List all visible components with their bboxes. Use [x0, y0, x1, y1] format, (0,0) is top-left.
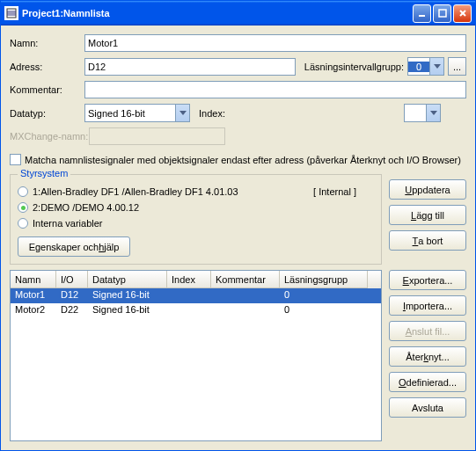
- maximize-button[interactable]: [433, 4, 451, 23]
- cell-io: D12: [56, 288, 88, 303]
- close-dialog-button[interactable]: Avsluta: [389, 397, 466, 418]
- titlebar: Project1:Namnlista: [1, 1, 475, 25]
- cell-index: [167, 288, 211, 303]
- client-area: Namn: Adress: Läsningsintervallgrupp: 0 …: [1, 25, 475, 450]
- svg-rect-5: [439, 10, 446, 17]
- column-header-io[interactable]: I/O: [56, 271, 88, 288]
- match-label: Matcha namnlistesignaler med objektsigna…: [25, 155, 461, 165]
- listview-body: Motor1D12Signed 16-bit0Motor2D22Signed 1…: [11, 288, 381, 318]
- readgroup-combo[interactable]: 0: [407, 57, 444, 76]
- address-input[interactable]: [84, 58, 296, 76]
- index-combo[interactable]: [404, 104, 441, 122]
- cell-lasning: 0: [280, 303, 368, 318]
- cell-io: D22: [56, 303, 88, 318]
- svg-rect-4: [419, 15, 425, 17]
- cell-index: [167, 303, 211, 318]
- radio-label-3: Interna variabler: [33, 218, 103, 229]
- address-label: Adress:: [10, 62, 84, 72]
- name-input[interactable]: [84, 34, 466, 52]
- cell-datatyp: Signed 16-bit: [88, 303, 167, 318]
- column-header-kommentar[interactable]: Kommentar: [211, 271, 280, 288]
- radio-label-1: 1:Allen-Bradley DF1 /Allen-Bradley DF1 4…: [33, 186, 313, 197]
- comment-label: Kommentar:: [10, 84, 84, 95]
- internal-label: [ Internal ]: [313, 186, 356, 197]
- properties-help-button[interactable]: Egenskaper och hjälp: [18, 236, 130, 257]
- radio-option-2[interactable]: [18, 202, 28, 213]
- mxchange-label: MXChange-namn:: [10, 131, 89, 142]
- readgroup-label: Läsningsintervallgrupp:: [304, 62, 404, 72]
- index-label: Index:: [199, 108, 225, 119]
- cell-namn: Motor2: [11, 303, 56, 318]
- mxchange-input: [89, 127, 225, 145]
- import-button[interactable]: Importera...: [389, 295, 466, 316]
- chevron-down-icon: [175, 105, 189, 121]
- listview-header: NamnI/ODatatypIndexKommentarLäsningsgrup…: [11, 271, 381, 288]
- close-button[interactable]: [453, 4, 472, 23]
- comment-input[interactable]: [84, 81, 466, 98]
- radio-label-2: 2:DEMO /DEMO 4.00.12: [33, 202, 139, 213]
- signal-listview[interactable]: NamnI/ODatatypIndexKommentarLäsningsgrup…: [10, 270, 382, 441]
- cell-datatyp: Signed 16-bit: [88, 288, 167, 303]
- chevron-down-icon: [426, 105, 440, 121]
- column-header-index[interactable]: Index: [167, 271, 211, 288]
- name-label: Namn:: [10, 38, 84, 48]
- cell-kommentar: [211, 303, 280, 318]
- export-button[interactable]: Exportera...: [389, 270, 466, 290]
- datatype-label: Datatyp:: [10, 108, 84, 119]
- column-header-datatyp[interactable]: Datatyp: [88, 271, 167, 288]
- cell-lasning: 0: [280, 288, 368, 303]
- styrsystem-group: Styrsystem 1:Allen-Bradley DF1 /Allen-Br…: [10, 174, 382, 265]
- window-title: Project1:Namnlista: [22, 8, 413, 18]
- radio-option-1[interactable]: [18, 186, 28, 197]
- table-row[interactable]: Motor2D22Signed 16-bit0: [11, 303, 381, 318]
- chevron-down-icon: [429, 58, 443, 75]
- minimize-button[interactable]: [413, 4, 431, 23]
- datatype-combo[interactable]: Signed 16-bit: [84, 104, 190, 122]
- table-row[interactable]: Motor1D12Signed 16-bit0: [11, 288, 381, 303]
- delete-button[interactable]: Ta bort: [389, 230, 466, 251]
- match-checkbox[interactable]: [10, 154, 21, 165]
- attach-file-button: Anslut fil...: [389, 321, 466, 341]
- undefined-button[interactable]: Odefinierad...: [389, 372, 466, 392]
- reconnect-button[interactable]: Återknyt...: [389, 346, 466, 367]
- update-button[interactable]: Uppdatera: [389, 179, 466, 200]
- add-button[interactable]: Lägg till: [389, 205, 466, 225]
- styrsystem-legend: Styrsystem: [18, 168, 70, 178]
- readgroup-browse-button[interactable]: ...: [448, 57, 466, 76]
- cell-namn: Motor1: [11, 288, 56, 303]
- column-header-namn[interactable]: Namn: [11, 271, 56, 288]
- column-header-lasning[interactable]: Läsningsgrupp: [280, 271, 368, 288]
- radio-option-3[interactable]: [18, 218, 28, 229]
- window: Project1:Namnlista Namn: Adress: Läsning…: [0, 0, 476, 451]
- app-icon: [4, 6, 18, 20]
- window-buttons: [413, 4, 472, 23]
- cell-kommentar: [211, 288, 280, 303]
